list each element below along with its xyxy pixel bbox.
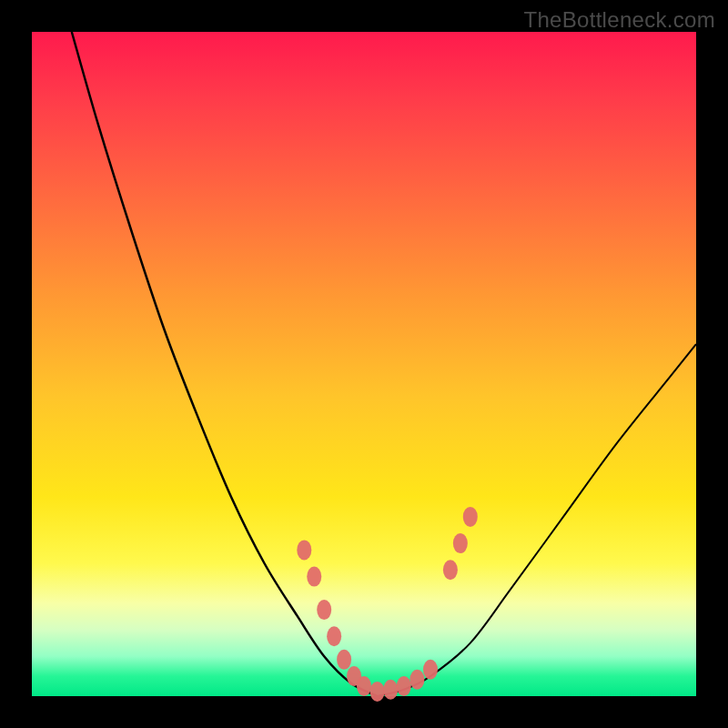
valley-marker [307,567,321,587]
valley-marker [383,680,398,700]
valley-marker [397,676,411,696]
valley-marker [423,660,438,680]
right-branch-path [378,344,696,696]
valley-marker [297,540,311,560]
curve-right [378,344,696,696]
valley-markers [297,507,478,702]
valley-marker [327,626,341,646]
valley-marker [453,533,468,553]
chart-svg [32,32,696,696]
valley-marker [410,670,424,690]
valley-marker [443,560,458,580]
valley-marker [370,682,385,702]
valley-marker [317,600,331,620]
valley-marker [337,650,351,670]
left-branch-path [72,32,378,696]
valley-marker [463,507,478,527]
watermark-text: TheBottleneck.com [523,7,715,33]
curve-left [72,32,378,696]
valley-marker [357,676,371,696]
plot-area [32,32,696,696]
chart-frame: TheBottleneck.com [0,0,728,728]
